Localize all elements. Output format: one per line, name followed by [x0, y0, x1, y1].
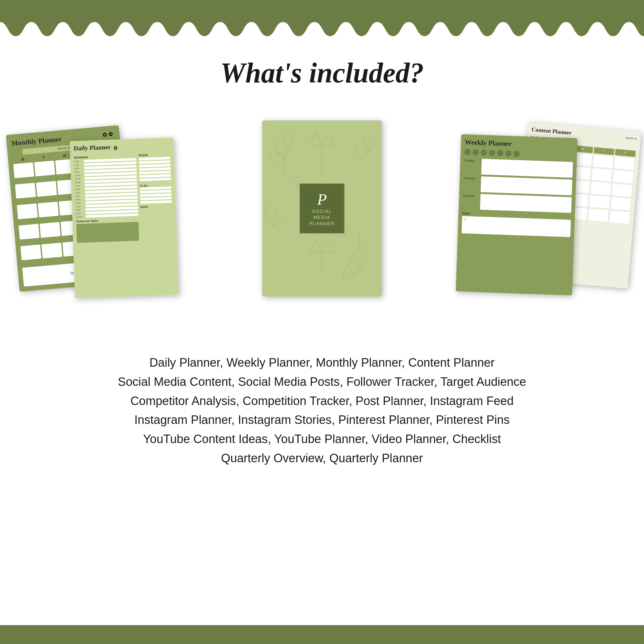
svg-point-10 — [271, 212, 285, 230]
weekly-day-label: Tuesday — [464, 158, 480, 163]
monthly-cell — [13, 163, 34, 178]
monthly-cell — [38, 202, 58, 217]
weekly-dot — [480, 149, 487, 156]
weekly-day-label: Saturday — [463, 193, 479, 198]
content-cell — [613, 169, 634, 184]
svg-point-4 — [266, 147, 286, 169]
monthly-cell — [34, 161, 55, 176]
planners-row: Monthly Planner ✿ ✿ Month of M T W T F — [0, 114, 644, 334]
weekly-dot — [464, 149, 471, 155]
content-cell — [592, 154, 614, 169]
content-header-cell: T — [594, 147, 614, 155]
daily-title: Daily Planner — [74, 143, 111, 152]
monthly-cell — [20, 244, 41, 260]
scallop-bottom-border — [0, 606, 644, 644]
weekly-day-box — [480, 176, 572, 195]
weekly-dot — [473, 149, 479, 156]
list-item: Thursday — [463, 176, 572, 195]
content-cell — [589, 195, 610, 209]
daily-planner-card: Daily Planner ✿ Schedule 6 am 7 am 8 am … — [69, 137, 179, 298]
weekly-title: Weekly Planner — [465, 138, 574, 150]
description-line-4: Instagram Planner, Instagram Stories, Pi… — [118, 410, 526, 430]
content-cell — [591, 168, 613, 182]
cover-line3: PLANNER — [309, 221, 335, 226]
content-cell — [610, 197, 632, 211]
weekly-planner-card: Weekly Planner Tuesday — [456, 134, 577, 296]
monthly-cell — [36, 181, 57, 197]
svg-point-11 — [353, 136, 373, 161]
content-cell — [609, 210, 630, 224]
cover-title-box: P SOCIAL MEDIA PLANNER — [299, 183, 345, 234]
daily-priority-label: Priorit — [139, 153, 170, 157]
weekly-dot — [513, 151, 520, 157]
white-content: What's included? Monthly Planner ✿ ✿ Mon… — [0, 38, 644, 606]
description-line-2: Social Media Content, Social Media Posts… — [118, 372, 526, 391]
main-container: What's included? Monthly Planner ✿ ✿ Mon… — [0, 0, 644, 644]
weekly-day-label: Thursday — [464, 176, 479, 180]
svg-rect-18 — [0, 625, 644, 644]
cover-line1: SOCIAL — [312, 209, 332, 214]
list-item: Tuesday — [464, 158, 573, 178]
monthly-cell — [17, 203, 37, 219]
cover-letter: P — [309, 190, 335, 208]
weekly-dot — [505, 150, 512, 157]
daily-times: 6 am 7 am 8 am 9 am 10 am 11 am 12 pm 1 … — [74, 158, 138, 218]
monthly-cell — [40, 222, 60, 238]
description-line-5: YouTube Content Ideas, YouTube Planner, … — [118, 430, 526, 449]
content-cell — [614, 156, 635, 170]
weekly-dot — [489, 150, 495, 156]
daily-todo-lines — [140, 186, 172, 204]
day-m: M — [13, 157, 33, 163]
monthly-cell — [19, 224, 39, 240]
weekly-day-box — [481, 159, 573, 178]
svg-point-6 — [356, 246, 369, 266]
page-title: What's included? — [220, 57, 424, 89]
content-cell — [590, 181, 612, 195]
svg-rect-0 — [0, 0, 644, 22]
daily-flower-icon: ✿ — [113, 145, 118, 151]
weekly-day-blocks: Tuesday Thursday Saturday — [463, 158, 573, 213]
flower-icon: ✿ ✿ — [102, 130, 114, 138]
weekly-day-box — [480, 194, 572, 213]
svg-point-2 — [281, 130, 293, 149]
daily-tomorrow-box — [76, 222, 139, 243]
description-line-1: Daily Planner, Weekly Planner, Monthly P… — [118, 353, 526, 372]
monthly-cell — [15, 183, 36, 199]
weekly-dot — [497, 150, 503, 157]
description-line-6: Quarterly Overview, Quarterly Planner — [118, 449, 526, 468]
content-header-cell: F — [615, 149, 636, 157]
content-cell — [611, 183, 633, 197]
monthly-cell — [41, 242, 62, 258]
weekly-dots-row — [464, 149, 573, 159]
daily-notes-label: Notes — [141, 204, 172, 208]
cover-subtitle: SOCIAL MEDIA PLANNER — [309, 208, 335, 227]
daily-priority-lines — [139, 157, 171, 181]
cover-card: P SOCIAL MEDIA PLANNER — [262, 120, 382, 297]
svg-point-8 — [340, 260, 361, 283]
svg-point-9 — [264, 203, 280, 226]
scallop-top-border — [0, 0, 644, 38]
day-t: T — [34, 155, 54, 161]
content-title: Content Planner — [531, 126, 572, 136]
weekly-notes-box: 📝 — [462, 216, 571, 237]
cover-line2: MEDIA — [314, 215, 330, 220]
svg-point-5 — [347, 249, 366, 275]
content-month-label: Month of — [626, 136, 637, 140]
svg-point-1 — [271, 133, 291, 158]
list-item: Saturday — [463, 193, 572, 213]
description-line-3: Competitor Analysis, Competition Tracker… — [118, 391, 526, 411]
description-section: Daily Planner, Weekly Planner, Monthly P… — [93, 353, 551, 468]
content-cell — [588, 208, 609, 222]
